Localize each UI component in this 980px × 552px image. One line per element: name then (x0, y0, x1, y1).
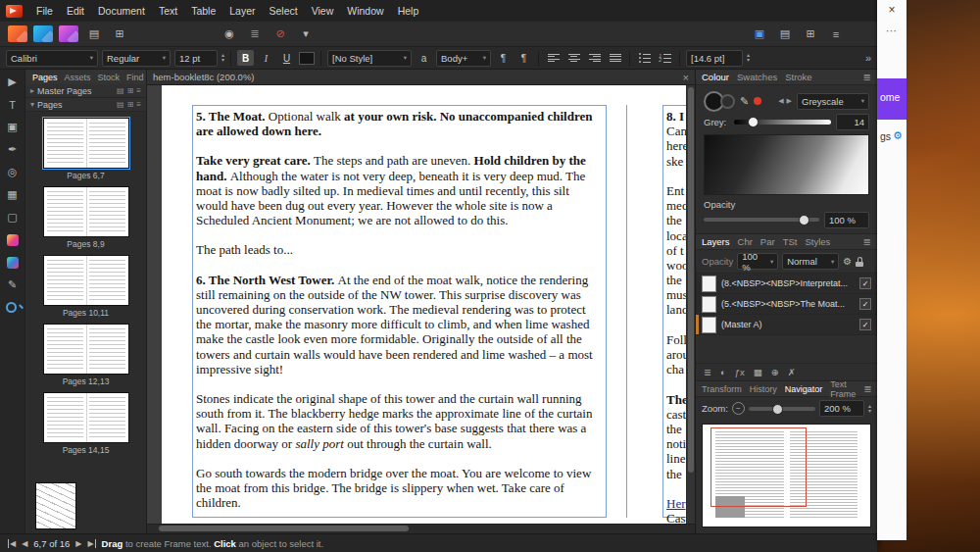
table-tool[interactable]: ▦ (4, 187, 21, 202)
delete-layer-icon[interactable]: ✗ (788, 367, 796, 377)
opacity-slider[interactable] (704, 218, 819, 222)
font-weight-select[interactable]: Regular ▾ (102, 50, 171, 67)
menu-help[interactable]: Help (391, 0, 426, 22)
fx-icon[interactable]: ƒx (735, 367, 745, 377)
close-icon[interactable]: × (877, 3, 906, 17)
grey-slider[interactable] (734, 120, 831, 125)
menu-select[interactable]: Select (263, 0, 305, 22)
lock-icon[interactable] (856, 257, 863, 267)
vector-crop-tool[interactable]: ▢ (4, 210, 21, 225)
spread-thumbnail[interactable] (43, 324, 129, 375)
tab-pages[interactable]: Pages (29, 73, 61, 82)
tab-chr[interactable]: Chr (738, 236, 753, 247)
add-layer-icon[interactable]: ⊕ (771, 367, 779, 377)
recent-colour-dot[interactable] (754, 97, 761, 105)
zoom-value-field[interactable]: 200 % (819, 400, 864, 417)
font-size-stepper[interactable]: ▴▾ (221, 53, 224, 63)
toolbar-overflow-chevron[interactable]: » (865, 52, 871, 64)
italic-button[interactable]: I (258, 50, 274, 66)
more-options-icon[interactable]: ⋯ (877, 25, 906, 37)
character-panel-button[interactable]: a (416, 50, 432, 66)
navigator-viewport-rect[interactable] (710, 427, 807, 507)
pages-row[interactable]: ▾ Pages ▤ ⊞ ≡ (25, 98, 146, 112)
tab-layers[interactable]: Layers (702, 236, 730, 247)
picture-frame-tool[interactable]: ▣ (4, 120, 21, 134)
colour-picker-tool[interactable] (4, 255, 21, 270)
panel-menu-icon[interactable]: ≣ (863, 72, 871, 82)
tab-styles[interactable]: Styles (805, 236, 830, 247)
close-document-icon[interactable]: × (683, 72, 689, 83)
leading-stepper[interactable]: ▴▾ (747, 53, 750, 63)
spread-thumbnail[interactable] (43, 186, 129, 237)
horizontal-scrollbar-thumb[interactable] (159, 526, 409, 531)
menu-view[interactable]: View (305, 0, 341, 22)
order-icon[interactable]: ▤ (84, 25, 104, 43)
bullet-list-button[interactable] (636, 50, 653, 66)
horizontal-scrollbar[interactable] (147, 524, 695, 533)
last-spread-button[interactable]: ▶ (87, 539, 95, 548)
opacity-slider-thumb[interactable] (799, 215, 809, 226)
document-tab[interactable]: hem-booklet8c (200.0%) (153, 72, 255, 82)
vertical-scrollbar-thumb[interactable] (688, 87, 694, 473)
node-tool[interactable]: ◎ (4, 165, 21, 179)
spread-thumbnail[interactable] (43, 392, 129, 443)
layer-row[interactable]: (5.<NBSP><NBSP>The Moat...✓ (696, 294, 877, 315)
menu-edit[interactable]: Edit (60, 0, 91, 22)
font-size-select[interactable]: 12 pt (174, 50, 218, 67)
tab-assets[interactable]: Assets (62, 73, 94, 82)
pages-icon[interactable]: ⊞ (110, 25, 129, 43)
next-spread-button[interactable]: ▶ (75, 539, 81, 548)
page-thumb-pages-14-15[interactable]: Pages 14,15 (43, 392, 129, 455)
page-thumb-partial[interactable] (35, 482, 76, 529)
spread-thumbnail[interactable] (43, 118, 129, 169)
align-right-button[interactable] (586, 50, 603, 66)
navigator-preview[interactable] (702, 424, 871, 527)
colour-mode-select[interactable]: Greyscale ▾ (797, 93, 869, 110)
master-menu-icon[interactable]: ≡ (136, 86, 141, 95)
page-thumb-pages-8-9[interactable]: Pages 8,9 (43, 186, 129, 249)
eyedropper-icon[interactable]: ✎ (740, 95, 749, 108)
page-thumb-pages-12-13[interactable]: Pages 12,13 (43, 324, 129, 386)
page-spread[interactable]: 5. The Moat. Optional walk at your own r… (162, 85, 695, 524)
align-left-button[interactable] (545, 50, 562, 66)
menu-document[interactable]: Document (91, 0, 152, 22)
tab-transform[interactable]: Transform (702, 384, 742, 394)
tab-swatches[interactable]: Swatches (737, 72, 777, 82)
leading-select[interactable]: [14.6 pt] (686, 50, 743, 67)
layers-opacity-select[interactable]: 100 % ▾ (737, 253, 778, 270)
underline-button[interactable]: U (278, 50, 295, 66)
snapping-caret-icon[interactable]: ▾ (296, 25, 316, 43)
pen-tool[interactable]: ✒ (4, 142, 21, 157)
blend-mode-select[interactable]: Normal ▾ (782, 253, 839, 270)
panel-menu-icon[interactable]: ≣ (863, 383, 871, 394)
vertical-scrollbar[interactable] (686, 85, 695, 524)
grey-value-field[interactable]: 14 (836, 114, 869, 130)
expand-icon[interactable]: ▾ (30, 100, 34, 109)
tab-text-frame[interactable]: Text Frame (830, 379, 856, 399)
place-image-tool[interactable] (4, 232, 21, 247)
zoom-slider[interactable] (749, 407, 815, 411)
gear-icon[interactable]: ⚙ (843, 256, 852, 267)
studio-panel-icon[interactable]: ▣ (750, 25, 769, 43)
persona-designer-icon[interactable] (33, 25, 53, 42)
zoom-out-icon[interactable]: − (732, 402, 745, 415)
toolbar-menu-icon[interactable]: ≡ (826, 25, 846, 43)
blend-options-icon[interactable]: ≣ (704, 367, 711, 377)
tab-colour[interactable]: Colour (702, 72, 729, 82)
add-master-icon[interactable]: ▤ (117, 86, 124, 95)
rows-icon[interactable]: ▤ (775, 25, 795, 43)
text-style-select[interactable]: Body+ ▾ (436, 50, 491, 67)
welcome-tile[interactable]: ome (877, 78, 906, 120)
first-spread-button[interactable]: ◀ (8, 539, 16, 548)
adjustment-icon[interactable]: ▦ (754, 367, 762, 377)
preview-mode-icon[interactable]: ◉ (220, 25, 239, 43)
tab-navigator[interactable]: Navigator (785, 384, 823, 394)
menu-window[interactable]: Window (340, 0, 390, 22)
move-tool[interactable]: ▶ (4, 75, 21, 89)
justify-button[interactable] (607, 50, 623, 66)
tab-par[interactable]: Par (760, 236, 775, 247)
mask-icon[interactable]: ◐ (720, 367, 726, 377)
paragraph-panel-button[interactable]: ¶ (515, 50, 532, 66)
left-column-text[interactable]: 5. The Moat. Optional walk at your own r… (196, 109, 603, 524)
tab-stock[interactable]: Stock (95, 73, 123, 82)
